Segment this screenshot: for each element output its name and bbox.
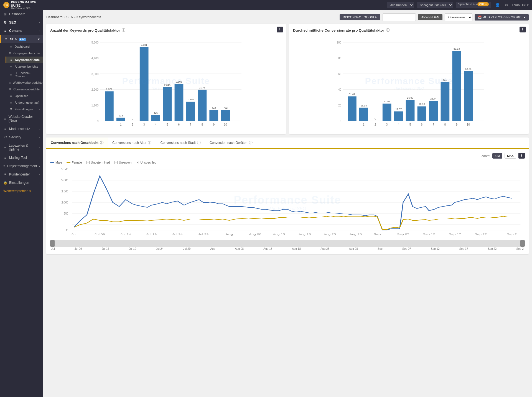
svg-text:2,200: 2,200 — [91, 88, 99, 91]
sidebar-item-label: Dashboard — [15, 45, 30, 48]
nav-controls: Alle Kunden seoagentur.de (de) Sprache (… — [387, 2, 529, 8]
sidebar-item-lp-technik[interactable]: ≡ LP Technik-Checks — [6, 70, 43, 79]
svg-text:18.28: 18.28 — [419, 103, 425, 106]
sidebar-item-conversionberichte[interactable]: ≡ Conversionberichte — [6, 86, 43, 93]
svg-text:Sep 2: Sep 2 — [507, 233, 517, 236]
tab-conversions-geschlecht[interactable]: Conversions nach Geschlecht ⓘ — [46, 138, 108, 149]
range-handle-left[interactable] — [50, 240, 55, 247]
profile-icon[interactable]: 👤 — [494, 2, 501, 8]
legend-check-unspecified[interactable]: ✕ — [136, 161, 139, 164]
info-icon-tab4[interactable]: ⓘ — [249, 140, 253, 145]
tab-conversion-geraete[interactable]: Conversion nach Geräten ⓘ — [205, 138, 257, 149]
range-handle-right[interactable] — [520, 240, 525, 247]
svg-text:2,072: 2,072 — [106, 88, 113, 91]
sidebar-item-security[interactable]: 🛡 Security › — [0, 133, 43, 141]
svg-rect-15 — [116, 118, 125, 121]
sidebar-item-wettbewerber[interactable]: ≡ Wettbewerberberichte — [6, 79, 43, 86]
sidebar-item-kampagnenberichte[interactable]: ≡ Kampagnenberichte — [6, 50, 43, 57]
date-range-label: AUG 29 2023 - SEP 29 2023 — [483, 16, 522, 19]
svg-text:1,100: 1,100 — [91, 104, 99, 107]
sidebar-item-mailing[interactable]: ≡ Mailing-Tool › — [0, 154, 43, 162]
sidebar-item-keywordberichte[interactable]: ≡ Keywordberichte — [6, 57, 43, 63]
app-tagline: The Future of SEO — [11, 7, 46, 10]
sidebar-item-website-crawler[interactable]: ≡ Website Crawler (Neu) › — [0, 113, 43, 125]
sidebar-item-sea[interactable]: ≡ SEA PRO ∨ — [0, 35, 43, 43]
svg-text:63.06: 63.06 — [465, 68, 472, 70]
sidebar-item-projektmgmt[interactable]: ≡ Projektmanagement › — [0, 162, 43, 170]
download-line-chart-button[interactable]: ⬇ — [518, 153, 525, 159]
mail-icon[interactable]: ✉ — [504, 2, 509, 8]
svg-rect-27 — [163, 87, 172, 121]
apply-button[interactable]: ANWENDEN — [418, 14, 442, 20]
info-icon-tab3[interactable]: ⓘ — [197, 140, 201, 145]
svg-text:7: 7 — [190, 123, 192, 126]
date-range-button[interactable]: 📅 AUG 29 2023 - SEP 29 2023 ▾ — [475, 14, 529, 21]
calendar-icon: 📅 — [478, 16, 482, 19]
legend-check-unknown[interactable]: ✕ — [114, 161, 118, 164]
svg-rect-21 — [140, 47, 149, 121]
download-chart1-button[interactable]: ⬇ — [277, 27, 283, 32]
info-icon-chart1[interactable]: ⓘ — [122, 28, 125, 33]
chart2-title: Durchschnittliche Conversionrate pro Qua… — [293, 28, 525, 33]
sidebar-item-einstellungen[interactable]: 🔒 Einstellungen › — [0, 179, 43, 187]
svg-rect-18 — [128, 121, 137, 121]
sidebar-item-sea-dashboard[interactable]: ≡ Dashboard — [6, 43, 43, 50]
search-input[interactable] — [383, 13, 416, 21]
zoom-max-button[interactable]: MAX — [505, 153, 516, 159]
tab-conversions-alter[interactable]: Conversions nach Alter ⓘ — [108, 138, 156, 149]
info-icon-tab2[interactable]: ⓘ — [148, 140, 151, 145]
download-chart2-button[interactable]: ⬇ — [520, 27, 526, 32]
wettbewerber-icon: ≡ — [9, 81, 11, 85]
language-dropdown[interactable]: Sprache (DE) €100+ — [456, 2, 491, 8]
svg-text:200: 200 — [61, 179, 68, 182]
sidebar-item-label: Einstellungen — [9, 181, 29, 185]
sidebar-item-anzeigenberichte[interactable]: ≡ Anzeigenberichte — [6, 63, 43, 70]
breadcrumb-dashboard[interactable]: Dashboard — [46, 15, 63, 19]
breadcrumb-keywordberichte[interactable]: Keywordberichte — [77, 15, 101, 19]
sidebar-item-label: Security — [9, 135, 21, 139]
sidebar-item-optimiser[interactable]: ≡ Optimiser — [6, 93, 43, 99]
sidebar-item-markenschutz[interactable]: ≡ Markenschutz › — [0, 125, 43, 133]
svg-text:100: 100 — [61, 201, 68, 204]
seo-icon: G — [3, 21, 7, 24]
svg-text:743: 743 — [212, 107, 216, 110]
info-icon-tab1[interactable]: ⓘ — [100, 140, 103, 145]
breadcrumb-bar: Dashboard » SEA » Keywordberichte DISCON… — [46, 13, 529, 21]
sidebar-item-dashboard[interactable]: ⊞ Dashboard — [0, 10, 43, 18]
sidebar-item-einstellungen-sea[interactable]: ⚙ Einstellungen › — [6, 106, 43, 113]
tab-conversions-stadt[interactable]: Conversions nach Stadt ⓘ — [156, 138, 205, 149]
zoom-3m-button[interactable]: 3 M — [492, 153, 502, 159]
sidebar-item-ladezeiten[interactable]: ≡ Ladezeiten & Uptime › — [0, 141, 43, 154]
bar-chart1-wrap: Performance Suite The Future of SEO 5,50… — [50, 36, 282, 130]
sidebar-item-kundencenter[interactable]: ≡ Kundencenter › — [0, 170, 43, 179]
sidebar-item-seo[interactable]: G SEO › — [0, 18, 43, 27]
agency-dropdown[interactable]: seoagentur.de (de) — [417, 2, 453, 8]
sidebar-item-aenderungsverlauf[interactable]: ≡ Änderungsverlauf — [6, 99, 43, 106]
projekt-icon: ≡ — [3, 164, 5, 168]
svg-text:11.87: 11.87 — [395, 108, 402, 111]
breadcrumb: Dashboard » SEA » Keywordberichte — [46, 15, 101, 19]
svg-text:100: 100 — [337, 41, 341, 44]
legend-check-undetermined[interactable]: ✕ — [86, 161, 90, 164]
range-slider[interactable] — [50, 240, 525, 247]
svg-text:16.93: 16.93 — [360, 104, 367, 107]
breadcrumb-sea[interactable]: SEA — [66, 15, 73, 19]
metric-dropdown[interactable]: Conversions — [445, 13, 472, 21]
svg-text:4: 4 — [398, 123, 399, 126]
disconnect-google-button[interactable]: DISCONNECT GOOGLE — [340, 14, 380, 20]
chart-conversion-qualitaet: Durchschnittliche Conversionrate pro Qua… — [289, 24, 529, 134]
lock-icon: 🔒 — [3, 181, 7, 185]
svg-text:3: 3 — [386, 123, 388, 126]
recommend-link[interactable]: Weiterempfehlen » — [0, 187, 43, 195]
svg-text:7: 7 — [433, 123, 434, 126]
sidebar-item-label: Content — [9, 29, 22, 33]
sidebar-item-content[interactable]: ≡ Content › — [0, 27, 43, 35]
svg-text:5,500: 5,500 — [91, 41, 99, 44]
info-icon-chart2[interactable]: ⓘ — [386, 28, 390, 33]
customer-dropdown[interactable]: Alle Kunden — [387, 2, 414, 8]
svg-text:4: 4 — [155, 123, 157, 126]
sidebar-item-label: Anzeigenberichte — [15, 65, 38, 68]
svg-rect-39 — [209, 110, 218, 121]
svg-text:8: 8 — [201, 123, 203, 126]
user-name[interactable]: Laura H68 ▾ — [512, 3, 529, 7]
